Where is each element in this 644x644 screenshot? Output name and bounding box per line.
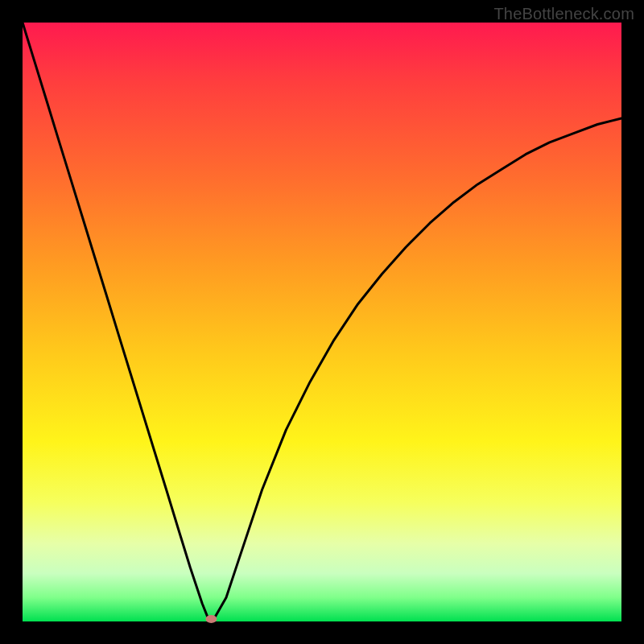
min-point-marker (205, 615, 217, 623)
chart-frame: TheBottleneck.com (0, 0, 644, 644)
bottleneck-curve (23, 23, 621, 621)
watermark-text: TheBottleneck.com (493, 5, 634, 23)
plot-area (23, 23, 621, 621)
curve-path (23, 23, 621, 621)
